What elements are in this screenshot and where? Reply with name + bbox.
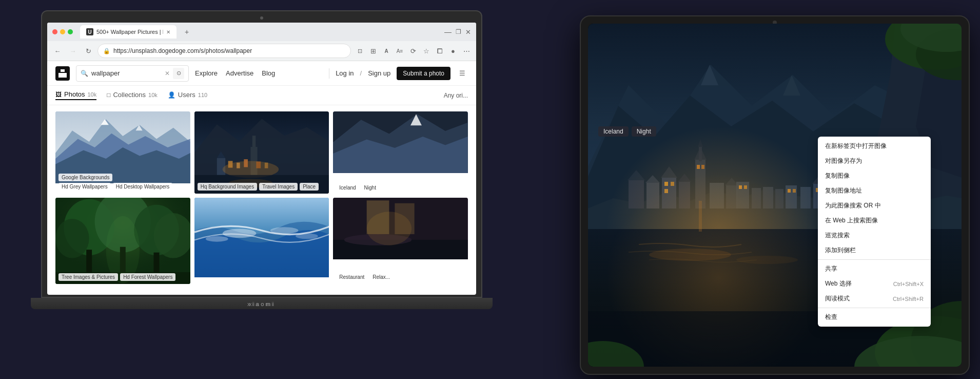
login-link[interactable]: Log in: [336, 69, 354, 77]
extension-icon[interactable]: ⧠: [434, 45, 445, 56]
visual-search-icon[interactable]: ⊙: [173, 68, 184, 79]
profile-icon[interactable]: ●: [447, 45, 459, 56]
context-share-label: 共享: [825, 264, 837, 273]
hamburger-menu-icon[interactable]: ☰: [457, 68, 468, 79]
svg-point-41: [270, 227, 298, 234]
back-button[interactable]: ←: [51, 45, 64, 57]
search-icon: 🔍: [81, 70, 88, 77]
photo-item-iceland[interactable]: Iceland Night: [333, 111, 468, 194]
context-share[interactable]: 共享: [818, 261, 931, 276]
tab-title: 500+ Wallpaper Pictures | Down...: [96, 29, 163, 35]
svg-point-43: [296, 233, 318, 239]
photos-tab-label: Photos: [64, 90, 85, 98]
tablet-body: Iceland Night 在新标签页中打开图像 对图像另存为 复制图像 复制图…: [580, 15, 970, 375]
divider: /: [360, 69, 362, 77]
context-browse-search[interactable]: 巡览搜索: [818, 228, 931, 243]
translate-icon[interactable]: A: [381, 45, 392, 56]
advertise-link[interactable]: Advertise: [226, 69, 253, 77]
context-copy-image[interactable]: 复制图像: [818, 168, 931, 183]
content-tabs: 🖼 Photos 10k □ Collections 10k 👤 Users 1…: [47, 86, 476, 105]
svg-rect-17: [237, 163, 240, 168]
unsplash-logo[interactable]: [55, 66, 70, 81]
browser-tab[interactable]: U 500+ Wallpaper Pictures | Down... ✕: [80, 25, 177, 39]
new-tab-button[interactable]: +: [181, 26, 193, 38]
lock-icon: 🔒: [103, 48, 110, 54]
forward-button[interactable]: →: [67, 45, 79, 57]
context-reader-mode-shortcut: Ctrl+Shift+R: [893, 296, 924, 302]
photo-item-interior[interactable]: Restaurant Relax...: [333, 198, 468, 284]
photo-item-mountains[interactable]: Hd Grey Wallpapers Hd Desktop Wallpapers…: [55, 111, 190, 194]
photo-tag[interactable]: Hd Desktop Wallpapers: [113, 183, 173, 191]
restore-window-icon[interactable]: ❐: [456, 28, 461, 35]
explore-link[interactable]: Explore: [195, 69, 218, 77]
svg-rect-16: [228, 161, 232, 167]
window-controls: [52, 29, 73, 34]
photo-tag[interactable]: Tree Images & Pictures: [58, 273, 118, 281]
photo-item-ocean[interactable]: [194, 198, 329, 284]
context-reader-mode-label: 阅读模式: [825, 294, 850, 303]
photo-tag[interactable]: Hq Background Images: [198, 183, 258, 191]
minimize-window-icon[interactable]: —: [444, 28, 452, 36]
photo-tags-interior: Restaurant Relax...: [336, 273, 393, 281]
more-menu-icon[interactable]: ⋯: [461, 45, 472, 56]
context-inspect[interactable]: 检查: [818, 310, 931, 325]
photo-tag[interactable]: Hd Grey Wallpapers: [58, 183, 111, 191]
close-button[interactable]: [52, 29, 57, 34]
star-icon[interactable]: ☆: [421, 45, 432, 56]
orientation-filter[interactable]: Any ori...: [444, 92, 468, 99]
context-browse-search-label: 巡览搜索: [825, 231, 850, 240]
header-nav: Explore Advertise Blog: [195, 69, 275, 77]
svg-rect-1: [58, 73, 67, 78]
signup-link[interactable]: Sign up: [368, 69, 390, 77]
context-web-select[interactable]: Web 选择 Ctrl+Shift+X: [818, 276, 931, 291]
search-input[interactable]: wallpaper: [91, 69, 162, 77]
search-clear-icon[interactable]: ✕: [165, 70, 170, 77]
context-add-sidebar[interactable]: 添加到侧栏: [818, 243, 931, 258]
url-text: https://unsplash.dogedoge.com/s/photos/w…: [113, 47, 252, 54]
context-copy-url[interactable]: 复制图像地址: [818, 183, 931, 198]
photos-tab[interactable]: 🖼 Photos 10k: [55, 90, 96, 100]
grid-icon[interactable]: ⊞: [367, 45, 379, 56]
photo-tags-forest: Tree Images & Pictures Hd Forest Wallpap…: [58, 273, 175, 281]
tablet-tag-iceland[interactable]: Iceland: [598, 126, 629, 137]
minimize-button[interactable]: [60, 29, 65, 34]
address-bar[interactable]: 🔒 https://unsplash.dogedoge.com/s/photos…: [97, 44, 351, 58]
context-save-image[interactable]: 对图像另存为: [818, 154, 931, 168]
photo-tag[interactable]: Google Backgrounds: [58, 174, 112, 181]
collections-tab-label: Collections: [113, 91, 146, 99]
photo-tag[interactable]: Relax...: [369, 273, 393, 281]
context-search-web[interactable]: 在 Web 上搜索图像: [818, 213, 931, 228]
context-search-image-or[interactable]: 为此图像搜索 OR 中: [818, 198, 931, 213]
photo-tag-iceland[interactable]: Iceland: [336, 184, 359, 192]
photo-tag[interactable]: Restaurant: [336, 273, 367, 281]
context-save-image-label: 对图像另存为: [825, 157, 862, 165]
search-bar[interactable]: 🔍 wallpaper ✕ ⊙: [76, 65, 189, 82]
users-tab[interactable]: 👤 Users 110: [168, 91, 207, 100]
close-window-icon[interactable]: ✕: [465, 28, 471, 36]
tablet-tag-night[interactable]: Night: [632, 126, 656, 137]
photo-tag[interactable]: Hd Forest Wallpapers: [120, 273, 175, 281]
blog-link[interactable]: Blog: [262, 69, 275, 77]
svg-point-42: [206, 236, 228, 242]
tab-close-icon[interactable]: ✕: [166, 29, 170, 35]
svg-point-40: [222, 229, 256, 238]
users-tab-count: 110: [198, 92, 207, 98]
screenshot-icon[interactable]: ⊡: [354, 45, 365, 56]
refresh-nav-icon[interactable]: ⟳: [407, 45, 419, 56]
laptop-brand: xiaomi: [247, 301, 276, 307]
photo-item-forest[interactable]: Tree Images & Pictures Hd Forest Wallpap…: [55, 198, 190, 284]
svg-point-32: [55, 219, 89, 258]
collections-tab[interactable]: □ Collections 10k: [107, 91, 158, 100]
context-reader-mode[interactable]: 阅读模式 Ctrl+Shift+R: [818, 291, 931, 306]
photo-item-village[interactable]: Hq Background Images Travel Images Place: [194, 111, 329, 194]
maximize-button[interactable]: [68, 29, 73, 34]
photo-tag[interactable]: Travel Images: [259, 183, 298, 191]
photo-tag-night[interactable]: Night: [361, 184, 379, 192]
photos-tab-count: 10k: [87, 91, 96, 98]
read-icon[interactable]: A≡: [394, 45, 405, 56]
submit-photo-button[interactable]: Submit a photo: [397, 67, 450, 80]
svg-rect-100: [699, 201, 702, 232]
photo-tag[interactable]: Place: [300, 183, 319, 191]
context-open-image[interactable]: 在新标签页中打开图像: [818, 139, 931, 154]
refresh-button[interactable]: ↻: [82, 45, 94, 57]
